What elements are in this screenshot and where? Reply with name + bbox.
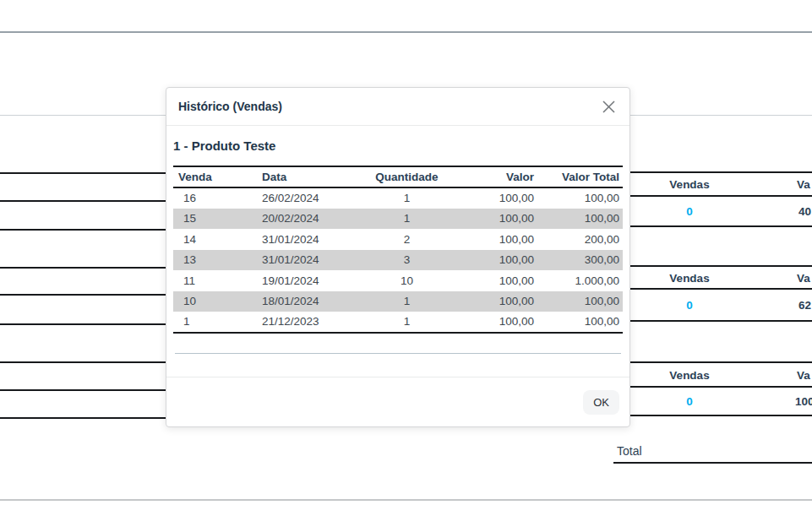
table-cell: 1 xyxy=(173,312,256,333)
table-row-line xyxy=(0,267,166,269)
table-cell: 100,00 xyxy=(460,187,539,209)
background-value-row: 040 xyxy=(630,197,812,225)
background-section: VendasVa040 xyxy=(630,171,812,227)
top-divider xyxy=(0,31,812,33)
valor-value: 62 xyxy=(798,299,811,312)
close-button[interactable] xyxy=(599,97,618,116)
table-row: 1331/01/20243100,00300,00 xyxy=(173,250,623,271)
table-cell: 100,00 xyxy=(460,312,539,333)
valor-column-header: Va xyxy=(797,178,810,191)
close-icon xyxy=(602,100,616,114)
table-row-line xyxy=(0,417,166,419)
table-cell: 3 xyxy=(353,250,460,271)
table-row-line xyxy=(0,229,166,231)
valor-column-header: Va xyxy=(797,368,810,381)
table-cell: 300,00 xyxy=(539,250,623,271)
background-header-row: VendasVa xyxy=(630,363,812,388)
table-row: 1431/01/20242100,00200,00 xyxy=(173,229,623,250)
table-cell: 100,00 xyxy=(460,270,539,291)
table-head: VendaDataQuantidadeValorValor Total xyxy=(173,166,623,187)
table-cell: 16 xyxy=(173,187,256,209)
valor-value: 100 xyxy=(795,395,812,408)
valor-column-header: Va xyxy=(797,271,810,284)
table-cell: 1 xyxy=(353,312,460,333)
table-row: 1018/01/20241100,00100,00 xyxy=(173,291,623,312)
background-value-row: 062 xyxy=(630,290,812,320)
table-cell: 31/01/2024 xyxy=(256,250,353,271)
table-cell: 14 xyxy=(173,229,256,250)
bottom-divider xyxy=(0,499,812,501)
body-divider xyxy=(175,353,621,354)
table-row: 121/12/20231100,00100,00 xyxy=(173,312,623,333)
sales-history-table: VendaDataQuantidadeValorValor Total 1626… xyxy=(173,166,623,334)
table-row: 1626/02/20241100,00100,00 xyxy=(173,187,623,209)
table-row: 1520/02/20241100,00100,00 xyxy=(173,209,623,230)
table-cell: 13 xyxy=(173,250,256,271)
table-cell: 100,00 xyxy=(460,291,539,312)
table-cell: 1 xyxy=(353,209,460,230)
table-cell: 10 xyxy=(353,270,460,291)
modal-body: 1 - Produto Teste VendaDataQuantidadeVal… xyxy=(166,138,629,354)
table-cell: 21/12/2023 xyxy=(256,312,353,333)
ok-button[interactable]: OK xyxy=(583,390,619,415)
table-row-line xyxy=(0,389,166,391)
table-cell: 100,00 xyxy=(539,187,623,209)
table-cell: 20/02/2024 xyxy=(256,209,353,230)
product-title: 1 - Produto Teste xyxy=(173,138,623,153)
vendas-column-header: Vendas xyxy=(630,271,749,284)
vendas-count-link[interactable]: 0 xyxy=(630,395,749,408)
screen: VendasVa040VendasVa062VendasVa0100 Total… xyxy=(0,0,812,505)
table-cell: 200,00 xyxy=(539,229,623,250)
historico-vendas-modal: Histórico (Vendas) 1 - Produto Teste Ven… xyxy=(166,87,630,427)
total-label: Total xyxy=(617,444,642,458)
modal-header: Histórico (Vendas) xyxy=(166,88,629,126)
table-cell: 1 xyxy=(353,187,460,209)
column-header: Data xyxy=(256,166,353,187)
table-cell: 11 xyxy=(173,270,256,291)
valor-value: 40 xyxy=(798,205,811,218)
table-cell: 100,00 xyxy=(460,250,539,271)
table-row-line xyxy=(0,361,166,363)
table-cell: 19/01/2024 xyxy=(256,270,353,291)
column-header: Valor xyxy=(460,166,539,187)
column-header: Valor Total xyxy=(539,166,623,187)
vendas-column-header: Vendas xyxy=(630,178,749,191)
table-row-line xyxy=(0,200,166,202)
background-header-row: VendasVa xyxy=(630,173,812,197)
background-value-row: 0100 xyxy=(630,388,812,415)
modal-footer: OK xyxy=(166,377,629,426)
table-row-line xyxy=(0,294,166,296)
column-header: Venda xyxy=(173,166,256,187)
table-cell: 15 xyxy=(173,209,256,230)
table-cell: 26/02/2024 xyxy=(256,187,353,209)
table-header-row: VendaDataQuantidadeValorValor Total xyxy=(173,166,623,187)
table-row: 1119/01/202410100,001.000,00 xyxy=(173,270,623,291)
table-cell: 100,00 xyxy=(539,312,623,333)
table-cell: 2 xyxy=(353,229,460,250)
column-header: Quantidade xyxy=(353,166,460,187)
table-row-line xyxy=(0,323,166,325)
background-header-row: VendasVa xyxy=(630,267,812,290)
table-cell: 100,00 xyxy=(539,291,623,312)
table-cell: 18/01/2024 xyxy=(256,291,353,312)
table-cell: 100,00 xyxy=(539,209,623,230)
total-row: Total xyxy=(613,442,812,464)
background-section: VendasVa062 xyxy=(630,265,812,322)
table-cell: 10 xyxy=(173,291,256,312)
vendas-count-link[interactable]: 0 xyxy=(630,205,749,218)
table-cell: 1 xyxy=(353,291,460,312)
table-body: 1626/02/20241100,00100,001520/02/2024110… xyxy=(173,187,623,333)
table-cell: 100,00 xyxy=(460,229,539,250)
table-row-line xyxy=(0,172,166,174)
table-cell: 31/01/2024 xyxy=(256,229,353,250)
background-section: VendasVa0100 xyxy=(630,361,812,416)
table-cell: 1.000,00 xyxy=(539,270,623,291)
vendas-column-header: Vendas xyxy=(630,368,749,381)
table-cell: 100,00 xyxy=(460,209,539,230)
vendas-count-link[interactable]: 0 xyxy=(630,299,749,312)
modal-title: Histórico (Vendas) xyxy=(178,100,282,113)
